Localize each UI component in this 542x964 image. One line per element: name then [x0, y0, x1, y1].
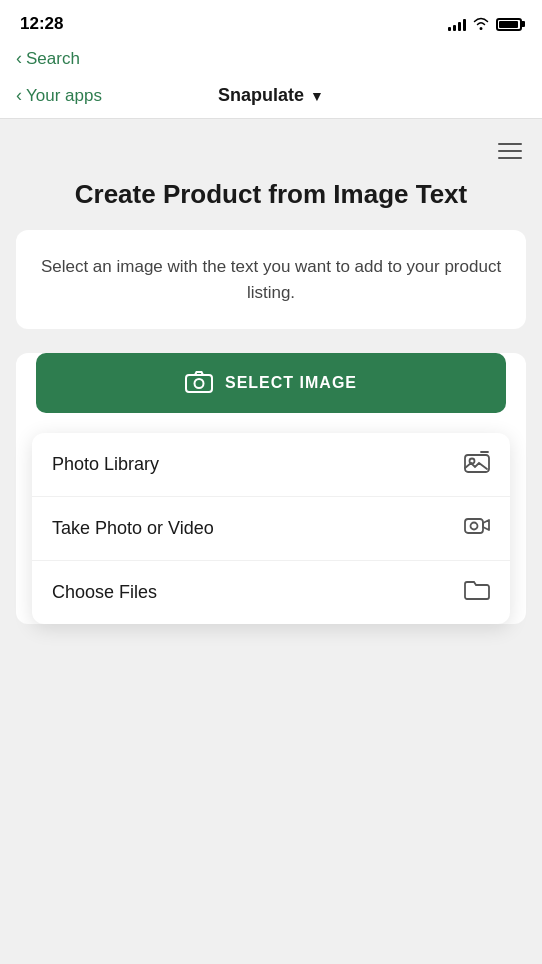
status-bar: 12:28 [0, 0, 542, 44]
status-time: 12:28 [20, 14, 63, 34]
app-title-wrapper: Snapulate ▼ [218, 85, 324, 106]
take-photo-item[interactable]: Take Photo or Video [32, 497, 510, 561]
choose-files-label: Choose Files [52, 582, 157, 603]
select-image-button-label: SELECT IMAGE [225, 374, 357, 392]
description-text: Select an image with the text you want t… [36, 254, 506, 305]
nav-back-row: ‹ Search [0, 44, 542, 77]
camera-outline-icon [185, 369, 213, 397]
hamburger-line-2 [498, 150, 522, 152]
hamburger-line-1 [498, 143, 522, 145]
dropdown-arrow-icon[interactable]: ▼ [310, 88, 324, 104]
top-nav: ‹ Your apps Snapulate ▼ [0, 77, 542, 119]
select-image-button[interactable]: SELECT IMAGE [36, 353, 506, 413]
your-apps-label: Your apps [26, 86, 102, 106]
svg-point-1 [194, 379, 203, 388]
svg-rect-2 [465, 455, 489, 472]
wifi-icon [472, 16, 490, 33]
select-image-container: SELECT IMAGE Photo Library [16, 353, 526, 624]
your-apps-link[interactable]: ‹ Your apps [16, 85, 102, 106]
back-label[interactable]: Search [26, 49, 80, 69]
folder-icon [464, 579, 490, 606]
main-content: Create Product from Image Text Select an… [0, 119, 542, 939]
svg-point-5 [471, 523, 478, 530]
status-icons [448, 16, 522, 33]
description-card: Select an image with the text you want t… [16, 230, 526, 329]
back-chevron-icon: ‹ [16, 48, 22, 69]
svg-rect-4 [465, 519, 483, 533]
take-photo-icon [464, 515, 490, 542]
take-photo-label: Take Photo or Video [52, 518, 214, 539]
hamburger-menu-button[interactable] [494, 139, 526, 163]
dropdown-menu: Photo Library Take Photo or Video [32, 433, 510, 624]
svg-rect-0 [186, 375, 212, 392]
left-chevron-icon: ‹ [16, 85, 22, 106]
page-title: Create Product from Image Text [16, 179, 526, 210]
battery-icon [496, 18, 522, 31]
choose-files-item[interactable]: Choose Files [32, 561, 510, 624]
signal-icon [448, 17, 466, 31]
app-title: Snapulate [218, 85, 304, 106]
photo-library-icon [464, 451, 490, 478]
page-header [16, 139, 526, 171]
photo-library-label: Photo Library [52, 454, 159, 475]
photo-library-item[interactable]: Photo Library [32, 433, 510, 497]
hamburger-line-3 [498, 157, 522, 159]
